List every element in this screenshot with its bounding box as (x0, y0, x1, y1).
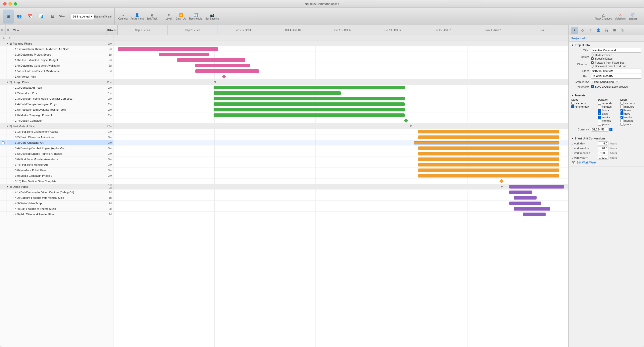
bar-1-4[interactable] (195, 64, 250, 67)
dates-seconds-cb[interactable] (571, 102, 574, 105)
start-input[interactable] (591, 69, 641, 73)
task-row-1-6[interactable]: •1.6) Project Pitch (0, 74, 113, 79)
granularity-select[interactable]: Exact Scheduling ▾ (591, 80, 619, 84)
expand-4[interactable] (7, 186, 9, 188)
task-row-4[interactable]: 4) Demo Video 1w 2d (0, 184, 113, 190)
project-title-input[interactable] (591, 48, 641, 53)
bar-3-5[interactable] (418, 152, 559, 155)
dates-timeofday-cb[interactable] (571, 105, 574, 108)
eff-days-cb[interactable] (620, 112, 623, 115)
check-all[interactable]: ☑ (1, 29, 4, 32)
bar-3-1[interactable] (418, 130, 559, 133)
minimize-button[interactable] (9, 2, 12, 6)
reschedule-button[interactable]: 🔄 Reschedule (188, 10, 204, 24)
eff-weeks-cb[interactable] (620, 116, 623, 119)
bar-4-2[interactable] (514, 196, 537, 200)
task-row-3-5[interactable]: •3.5) Develop Enemy Pathing AI (Basic) 3… (0, 151, 113, 156)
dur-months-cb[interactable] (598, 119, 601, 122)
bar-3-3-selected[interactable] (414, 141, 559, 144)
bar-4-phase[interactable] (509, 185, 564, 189)
eff-hours-cb[interactable] (620, 109, 623, 112)
panel-shape-btn[interactable]: ◇ (579, 27, 586, 34)
bar-1-1[interactable] (118, 47, 218, 51)
task-row-3-3[interactable]: •3.3) Core Character Art 3w (0, 140, 113, 145)
task-row-3-8[interactable]: •3.8) Interface Polish Pass 3w (0, 167, 113, 173)
task-row-3-7[interactable]: •3.7) First Zone Monster Art 3w (0, 162, 113, 167)
bar-4-4[interactable] (514, 207, 550, 211)
level-button[interactable]: ≡ Level (163, 10, 174, 24)
specific-dates-radio[interactable] (591, 57, 594, 60)
bar-2-6[interactable] (214, 113, 405, 117)
quick-look-checkbox[interactable] (591, 85, 594, 88)
bar-3-4[interactable] (418, 146, 559, 150)
panel-title[interactable]: Project Info (569, 35, 644, 42)
backward-radio[interactable] (591, 65, 594, 68)
bar-2-5[interactable] (214, 108, 405, 111)
bar-2-4[interactable] (214, 102, 405, 106)
bar-4-1[interactable] (509, 191, 532, 194)
task-row-1-4[interactable]: •1.4) Determine Contractor Availability … (0, 63, 113, 68)
assignment-button[interactable]: 👤 Assignment (129, 10, 145, 24)
task-row-3-9[interactable]: •3.9) Media Campaign Phase 2 3w (0, 173, 113, 179)
edit-work-week-button[interactable]: 📅 Edit Work Week (571, 161, 641, 164)
task-row-2-2[interactable]: •2.2) Interface Push 1w (0, 90, 113, 96)
bar-3-6[interactable] (418, 157, 559, 161)
dropdown-arrow[interactable]: ▾ (338, 2, 339, 6)
task-row-2-4[interactable]: •2.4) Build Sample In-Engine Project 2w (0, 101, 113, 107)
task-row-3-2[interactable]: •3.2) Basic Character Animations 3w (0, 134, 113, 140)
panel-attach-btn[interactable]: 📎 (619, 27, 626, 34)
currency-cb[interactable] (609, 128, 612, 131)
eff-years-cb[interactable] (620, 123, 623, 126)
task-row-4-2[interactable]: •4.2) Capture Footage from Vertical Slic… (0, 195, 113, 201)
close-button[interactable] (3, 2, 7, 6)
bar-3-9[interactable] (418, 174, 559, 178)
layout-button[interactable]: ⊟ (47, 10, 58, 24)
backward-radio-row[interactable]: Backward from Fixed End (591, 65, 626, 68)
bar-4-5[interactable] (523, 213, 546, 216)
dur-seconds-cb[interactable] (598, 102, 601, 105)
bar-2-3[interactable] (214, 97, 405, 100)
currency-input[interactable] (591, 127, 608, 132)
workyear-input[interactable] (598, 156, 608, 160)
task-row-2-1[interactable]: •2.1) Concept Art Push 2w (0, 85, 113, 90)
dur-minutes-cb[interactable] (598, 105, 601, 108)
task-row-1-1[interactable]: •1.1) Brainstorm Themes, Audience, Art S… (0, 46, 113, 52)
bar-3-2[interactable] (418, 135, 559, 139)
task-row-2[interactable]: 2) Design Phase 11w (0, 79, 113, 85)
bar-1-3[interactable] (177, 58, 245, 62)
dur-years-cb[interactable] (598, 123, 601, 126)
effort-conversions-header[interactable]: ▼ Effort Unit Conversions (571, 137, 641, 140)
workweek-input[interactable] (598, 146, 608, 150)
task-row-4-3[interactable]: •4.3) Write Video Script 2d (0, 201, 113, 206)
phase4-expand[interactable]: ▼ (500, 185, 504, 189)
task-row-3-4[interactable]: •3.4) Develop Combat Engine (Alpha Ver.)… (0, 145, 113, 151)
undetermined-radio[interactable] (591, 54, 594, 57)
dur-weeks-cb[interactable] (598, 116, 601, 119)
split-task-button[interactable]: ⊠ Split Task (145, 10, 159, 24)
eff-months-cb[interactable] (620, 119, 623, 122)
undetermined-radio-row[interactable]: Undetermined (591, 54, 612, 57)
bar-3-7[interactable] (418, 163, 559, 166)
bar-1-2[interactable] (159, 53, 209, 56)
task-row-2-6[interactable]: •2.6) Media Campaign Phase 1 2w (0, 112, 113, 118)
forward-radio[interactable] (591, 61, 594, 64)
milestone-1-6[interactable] (222, 75, 226, 79)
inspect-button[interactable]: ⓘ Inspect (627, 10, 638, 24)
eff-seconds-cb[interactable] (620, 102, 623, 105)
eff-minutes-cb[interactable] (620, 105, 623, 108)
panel-table-btn[interactable]: ⊞ (611, 27, 618, 34)
bar-2-1[interactable] (214, 86, 405, 89)
project-info-header[interactable]: ▼ Project Info (571, 44, 641, 47)
connect-button[interactable]: ⊸ Connect (117, 10, 129, 24)
task-row-3-1[interactable]: •3.1) First Zone Environment Assets 3w (0, 129, 113, 134)
bar-1-5[interactable] (195, 69, 259, 73)
expand-3[interactable] (7, 125, 9, 127)
task-row-1[interactable]: 1) Planning Phase 2w (0, 41, 113, 46)
body-area[interactable]: ☐ ⊙ 1) Planning Phase 2w (0, 35, 568, 347)
task-row-2-7[interactable]: •2.7) Design Complete (0, 118, 113, 123)
bar-4-3[interactable] (509, 202, 541, 205)
task-checkbox-3-3[interactable] (2, 141, 5, 144)
violations-button[interactable]: ⚠ Violations (613, 10, 627, 24)
task-row-4-1[interactable]: •4.1) Build Version for Video Capture (D… (0, 190, 113, 195)
task-row-2-5[interactable]: •2.5) Research and Evaluate Testing Tool… (0, 107, 113, 112)
